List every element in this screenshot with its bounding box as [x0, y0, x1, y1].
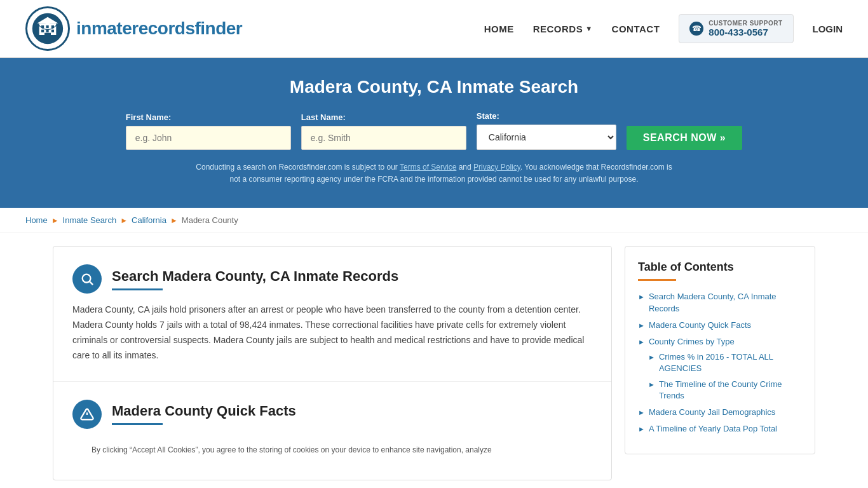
logo-bold-text: finder	[194, 18, 242, 38]
logo-svg	[32, 13, 64, 44]
toc-item-5: ► A Timeline of Yearly Data Pop Total	[638, 423, 802, 435]
svg-rect-8	[46, 30, 49, 32]
first-name-group: First Name:	[126, 112, 291, 150]
toc-item-2: ► Madera County Quick Facts	[638, 320, 802, 331]
nav-contact[interactable]: CONTACT	[612, 24, 660, 34]
privacy-link[interactable]: Privacy Policy	[473, 163, 520, 172]
nav-login[interactable]: LOGIN	[813, 24, 843, 34]
first-name-label: First Name:	[126, 112, 172, 122]
toc-label-2: Madera County Quick Facts	[649, 320, 751, 331]
nav-records-label: RECORDS	[533, 24, 583, 34]
breadcrumb-sep-2: ►	[120, 216, 128, 225]
site-header: inmaterecordsfinder HOME RECORDS ▼ CONTA…	[0, 0, 868, 58]
search-button[interactable]: SEARCH NOW »	[627, 126, 742, 150]
search-form: First Name: Last Name: State: California…	[25, 111, 843, 150]
page-title: Madera County, CA Inmate Search	[25, 77, 843, 97]
chevron-icon-5: ►	[638, 424, 645, 434]
svg-rect-10	[44, 33, 51, 35]
section1-title: Search Madera County, CA Inmate Records	[112, 268, 398, 285]
main-nav: HOME RECORDS ▼ CONTACT ☎ CUSTOMER SUPPOR…	[484, 14, 843, 43]
section-quick-facts: Madera County Quick Facts By clicking “A…	[53, 382, 611, 480]
support-phone: 800-433-0567	[709, 27, 782, 37]
toc-label-4: Madera County Jail Demographics	[649, 407, 775, 418]
logo-normal-text: inmaterecords	[76, 18, 194, 38]
nav-home[interactable]: HOME	[484, 24, 514, 34]
section2-body: By clicking “Accept All Cookies”, you ag…	[72, 438, 592, 462]
support-info: CUSTOMER SUPPORT 800-433-0567	[709, 20, 782, 37]
toc-label-1: Search Madera County, CA Inmate Records	[649, 291, 802, 314]
state-label: State:	[477, 111, 499, 121]
toc-underline	[638, 279, 676, 281]
state-select[interactable]: California Alabama Alaska Arizona Arkans…	[477, 125, 616, 150]
toc-sub-label-3-2: The Timeline of the County Crime Trends	[659, 379, 802, 402]
toc-sub-link-3-1[interactable]: ► Crimes % in 2016 - TOTAL ALL AGENCIES	[648, 351, 802, 374]
hero-disclaimer: Conducting a search on Recordsfinder.com…	[196, 161, 672, 186]
main-content: Search Madera County, CA Inmate Records …	[27, 233, 841, 488]
breadcrumb-current: Madera County	[182, 215, 238, 225]
state-group: State: California Alabama Alaska Arizona…	[477, 111, 616, 150]
chevron-icon-3: ►	[638, 337, 645, 347]
chevron-icon-3-2: ►	[648, 380, 655, 390]
toc-sub-item-3-2: ► The Timeline of the County Crime Trend…	[648, 379, 802, 402]
chevron-down-icon: ▼	[585, 25, 592, 32]
toc-link-5[interactable]: ► A Timeline of Yearly Data Pop Total	[638, 423, 802, 435]
section2-title: Madera County Quick Facts	[112, 403, 296, 419]
content-left: Search Madera County, CA Inmate Records …	[53, 246, 612, 480]
toc-item-4: ► Madera County Jail Demographics	[638, 407, 802, 418]
svg-line-12	[90, 282, 93, 285]
breadcrumb-california[interactable]: California	[132, 215, 166, 225]
breadcrumb-inmate-search[interactable]: Inmate Search	[63, 215, 117, 225]
breadcrumb-sep-3: ►	[170, 216, 178, 225]
warning-icon	[72, 400, 102, 429]
toc-sub-item-3-1: ► Crimes % in 2016 - TOTAL ALL AGENCIES	[648, 351, 802, 374]
customer-support-box[interactable]: ☎ CUSTOMER SUPPORT 800-433-0567	[679, 14, 793, 43]
nav-records[interactable]: RECORDS ▼	[533, 24, 593, 34]
sidebar: Table of Contents ► Search Madera County…	[625, 246, 815, 454]
chevron-icon-4: ►	[638, 408, 645, 417]
toc-label-3: County Crimes by Type	[649, 336, 735, 348]
hero-section: Madera County, CA Inmate Search First Na…	[0, 58, 868, 208]
section2-header: Madera County Quick Facts	[72, 400, 592, 429]
section1-body: Madera County, CA jails hold prisoners a…	[72, 302, 592, 363]
tos-link[interactable]: Terms of Service	[400, 163, 456, 172]
toc-title: Table of Contents	[638, 261, 802, 274]
section1-header: Search Madera County, CA Inmate Records	[72, 264, 592, 294]
section-inmate-records: Search Madera County, CA Inmate Records …	[53, 247, 611, 381]
svg-point-11	[83, 274, 91, 283]
logo-area: inmaterecordsfinder	[25, 6, 242, 51]
svg-rect-5	[46, 25, 49, 28]
toc-item-3: ► County Crimes by Type ► Crimes % in 20…	[638, 336, 802, 402]
chevron-icon-1: ►	[638, 292, 645, 302]
section1-title-block: Search Madera County, CA Inmate Records	[112, 268, 398, 290]
breadcrumb-home[interactable]: Home	[25, 215, 48, 225]
chevron-icon-3-1: ►	[648, 353, 655, 362]
logo-text: inmaterecordsfinder	[76, 18, 242, 39]
toc-label-5: A Timeline of Yearly Data Pop Total	[649, 423, 777, 435]
last-name-group: Last Name:	[301, 112, 466, 150]
toc-item-1: ► Search Madera County, CA Inmate Record…	[638, 291, 802, 314]
last-name-label: Last Name:	[301, 112, 346, 122]
headphone-icon: ☎	[689, 22, 703, 36]
toc-sub-label-3-1: Crimes % in 2016 - TOTAL ALL AGENCIES	[659, 351, 802, 374]
toc-link-1[interactable]: ► Search Madera County, CA Inmate Record…	[638, 291, 802, 314]
last-name-input[interactable]	[301, 126, 466, 150]
toc-link-2[interactable]: ► Madera County Quick Facts	[638, 320, 802, 331]
chevron-icon-2: ►	[638, 321, 645, 330]
svg-rect-9	[51, 30, 54, 32]
search-icon	[72, 264, 102, 294]
first-name-input[interactable]	[126, 126, 291, 150]
toc-sub-link-3-2[interactable]: ► The Timeline of the County Crime Trend…	[648, 379, 802, 402]
toc-list: ► Search Madera County, CA Inmate Record…	[638, 291, 802, 435]
section1-underline	[112, 288, 163, 290]
toc-sub-3: ► Crimes % in 2016 - TOTAL ALL AGENCIES …	[638, 351, 802, 402]
toc-link-4[interactable]: ► Madera County Jail Demographics	[638, 407, 802, 418]
breadcrumb-sep-1: ►	[51, 216, 59, 225]
section2-title-block: Madera County Quick Facts	[112, 403, 296, 425]
svg-rect-7	[41, 30, 44, 32]
logo-circle	[25, 6, 70, 51]
section2-underline	[112, 423, 163, 425]
support-label: CUSTOMER SUPPORT	[709, 20, 782, 27]
toc-link-3[interactable]: ► County Crimes by Type	[638, 336, 802, 348]
breadcrumb: Home ► Inmate Search ► California ► Made…	[0, 208, 868, 233]
